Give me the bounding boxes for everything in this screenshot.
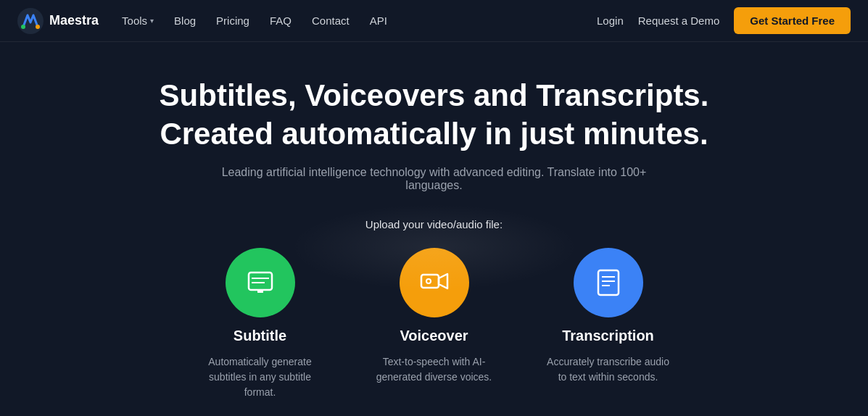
voiceover-card[interactable]: Voiceover Text-to-speech with AI-generat… (369, 248, 500, 400)
upload-section: Upload your video/audio file: Subtitle A… (181, 218, 688, 400)
transcription-icon-circle (574, 248, 643, 317)
nav-pricing[interactable]: Pricing (216, 14, 249, 27)
svg-rect-6 (257, 290, 263, 293)
nav-contact[interactable]: Contact (312, 14, 350, 27)
transcription-card-title: Transcription (562, 328, 654, 344)
transcription-card[interactable]: Transcription Accurately transcribe audi… (543, 248, 674, 400)
nav-links: Tools ▾ Blog Pricing FAQ Contact API (122, 14, 597, 27)
transcription-icon (592, 267, 624, 299)
svg-rect-9 (598, 270, 619, 295)
request-demo-link[interactable]: Request a Demo (638, 14, 720, 27)
get-started-button[interactable]: Get Started Free (734, 7, 851, 34)
svg-point-1 (21, 25, 25, 29)
nav-api[interactable]: API (370, 14, 387, 27)
tools-chevron-icon: ▾ (150, 17, 154, 25)
voiceover-icon-circle (400, 248, 469, 317)
subtitle-icon (244, 267, 276, 299)
nav-tools[interactable]: Tools ▾ (122, 14, 154, 27)
svg-rect-3 (249, 273, 272, 290)
voiceover-card-desc: Text-to-speech with AI-generated diverse… (369, 354, 500, 385)
subtitle-icon-circle (226, 248, 295, 317)
logo[interactable]: Maestra (17, 8, 99, 34)
navigation: Maestra Tools ▾ Blog Pricing FAQ Contact… (0, 0, 868, 42)
subtitle-card-desc: Automatically generate subtitles in any … (195, 354, 326, 400)
login-link[interactable]: Login (597, 14, 624, 27)
transcription-card-desc: Accurately transcribe audio to text with… (543, 354, 674, 385)
upload-label: Upload your video/audio file: (181, 218, 688, 230)
svg-point-2 (36, 25, 40, 29)
hero-section: Subtitles, Voiceovers and Transcripts. C… (0, 42, 868, 400)
hero-subtitle: Leading artificial intelligence technolo… (217, 166, 652, 192)
nav-faq[interactable]: FAQ (270, 14, 292, 27)
voiceover-card-title: Voiceover (400, 328, 468, 344)
subtitle-card[interactable]: Subtitle Automatically generate subtitle… (195, 248, 326, 400)
nav-right: Login Request a Demo Get Started Free (597, 7, 851, 34)
nav-blog[interactable]: Blog (174, 14, 196, 27)
logo-text: Maestra (49, 13, 99, 28)
cards-row: Subtitle Automatically generate subtitle… (181, 248, 688, 400)
svg-point-8 (426, 279, 431, 283)
voiceover-icon (418, 267, 450, 299)
hero-title: Subtitles, Voiceovers and Transcripts. C… (160, 77, 709, 153)
subtitle-card-title: Subtitle (233, 328, 286, 344)
